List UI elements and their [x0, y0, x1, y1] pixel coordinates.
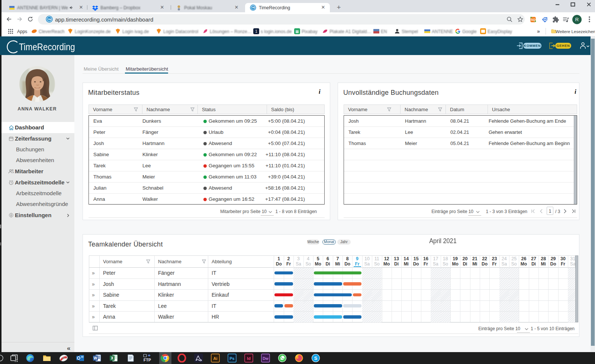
svg-text:S: S	[314, 355, 318, 361]
svg-text:Ai: Ai	[213, 356, 218, 361]
svg-text:X: X	[111, 356, 113, 360]
svg-text:W: W	[94, 356, 97, 360]
svg-text:Id: Id	[247, 356, 251, 361]
svg-text:1: 1	[255, 29, 257, 33]
svg-text:▦: ▦	[295, 29, 299, 33]
svg-text:FTP: FTP	[144, 358, 151, 362]
svg-text:Ps: Ps	[229, 356, 234, 361]
svg-text:Dw: Dw	[263, 356, 269, 361]
svg-text:TR: TR	[47, 18, 51, 21]
svg-text:TR: TR	[251, 6, 255, 9]
